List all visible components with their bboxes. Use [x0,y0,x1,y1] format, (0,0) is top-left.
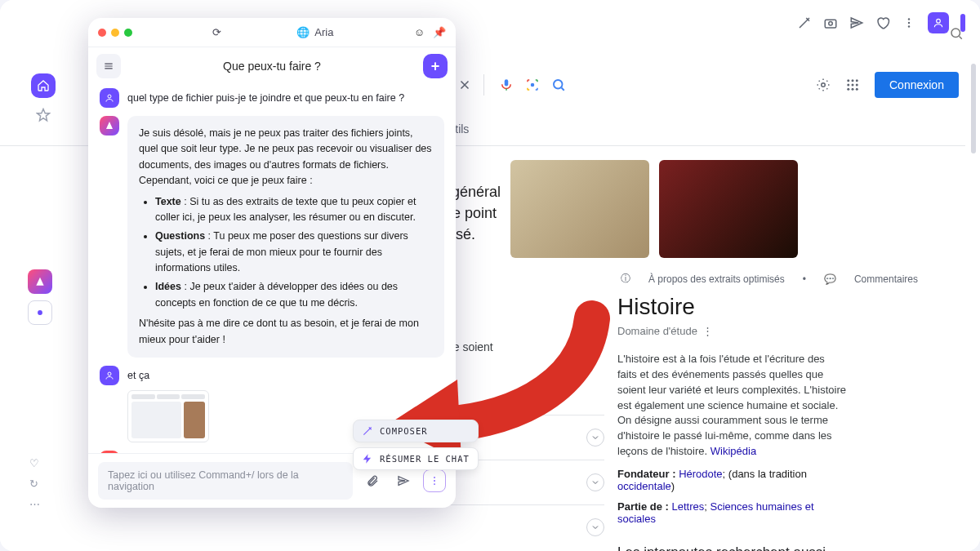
svg-point-8 [531,83,535,87]
history-icon[interactable]: ↻ [29,478,40,490]
aria-header: Que peux-tu faire ? + [88,47,456,85]
knowledge-panel: Histoire Domaine d'étude ⋮ L'histoire es… [617,294,846,551]
star-icon[interactable] [36,108,51,125]
chat-thread: quel type de fichier puis-je te joindre … [88,85,456,453]
kp-link[interactable]: occidentale [617,480,671,492]
aria-title: Aria [314,26,333,38]
feedback-icon[interactable]: 💬 [824,273,836,285]
apps-grid-icon[interactable] [845,78,860,92]
svg-point-14 [847,84,849,87]
kp-founder: Fondateur : Hérodote; (dans la tradition… [617,468,846,492]
mic-icon[interactable] [499,78,514,92]
kp-link[interactable]: Lettres [671,500,704,513]
wiki-link[interactable]: Wikipédia [710,445,756,457]
svg-point-20 [108,95,111,98]
more-icon[interactable]: ⋯ [29,498,40,510]
snippet-footer: ⓘ À propos des extraits optimisés • 💬 Co… [621,272,918,286]
svg-point-23 [434,480,435,482]
info-icon[interactable]: ⓘ [621,272,630,286]
dock [31,73,56,125]
chat-title: Que peux-tu faire ? [223,60,321,73]
featured-image-1[interactable] [510,160,649,258]
dock-tiles [28,269,52,325]
kp-kebab-icon[interactable]: ⋮ [702,325,713,337]
browser-topbar [637,0,980,46]
svg-point-24 [434,483,435,485]
settings-gear-icon[interactable] [816,78,831,92]
ai-message: Je suis désolé, mais je ne peux pas trai… [100,116,444,358]
kp-description: L'histoire est à la fois l'étude et l'éc… [617,352,846,460]
user-avatar-icon [100,366,119,385]
new-chat-button[interactable]: + [423,54,448,78]
svg-point-2 [829,22,833,26]
dock-bottom: ♡ ↻ ⋯ [29,457,40,510]
about-label[interactable]: À propos des extraits optimisés [648,273,785,285]
aria-avatar-icon [100,116,119,136]
sidebar-toggle[interactable] [960,14,965,32]
summarize-action[interactable]: Résumer le chat [353,447,479,470]
svg-point-21 [108,372,111,375]
kebab-icon[interactable] [902,16,916,30]
signin-button[interactable]: Connexion [875,72,959,98]
kp-partof: Partie de : Lettres; Sciences humaines e… [617,500,846,525]
emoji-icon[interactable]: ☺ [414,26,425,38]
send-icon[interactable] [849,16,864,30]
svg-point-3 [908,18,910,20]
chevron-down-icon [586,518,604,536]
clear-icon[interactable] [457,78,472,92]
more-button[interactable] [423,469,446,492]
svg-point-13 [856,79,858,82]
svg-point-19 [856,88,858,91]
search-bar-tail: Connexion [457,72,959,98]
featured-snippet: nce, n aspect général époque, le point d… [392,160,866,258]
actions-menu: Composer Résumer le chat [353,420,479,470]
svg-point-4 [908,22,910,24]
reload-icon[interactable]: ⟳ [212,26,221,38]
svg-point-25 [38,310,42,315]
pin-icon[interactable]: 📌 [433,26,446,38]
aria-titlebar: ⟳ 🌐 Aria ☺ 📌 [88,18,456,47]
user-text: et ça [127,366,149,385]
menu-button[interactable] [96,54,121,78]
svg-point-9 [554,80,563,89]
close-window[interactable] [98,29,106,37]
attached-screenshot[interactable] [127,390,209,442]
heart-icon[interactable] [875,16,890,30]
svg-point-15 [852,84,854,87]
compose-action[interactable]: Composer [353,420,479,442]
ai-text: Je suis désolé, mais je ne peux pas trai… [127,116,444,358]
svg-point-12 [852,79,854,82]
home-button[interactable] [31,73,56,98]
featured-image-2[interactable] [659,160,798,258]
user-text: quel type de fichier puis-je te joindre … [127,88,404,108]
kp-link[interactable]: Hérodote [679,468,722,480]
chat-input[interactable]: Tapez ici ou utilisez Command+/ lors de … [98,462,353,500]
svg-rect-7 [505,79,509,86]
attach-button[interactable] [361,469,384,492]
user-message: quel type de fichier puis-je te joindre … [100,88,444,108]
send-button[interactable] [392,469,415,492]
minimize-window[interactable] [111,29,119,37]
user-avatar-icon [100,88,119,108]
heart-icon[interactable]: ♡ [29,457,40,469]
svg-point-16 [856,84,858,87]
paa-item[interactable] [392,504,604,549]
svg-rect-1 [825,20,836,28]
aria-tile[interactable] [28,269,52,294]
traffic-lights [98,29,132,37]
globe-icon: 🌐 [296,26,310,38]
profile-button[interactable] [928,12,949,33]
wand-icon[interactable] [797,16,812,30]
svg-point-17 [847,88,849,91]
scrollbar-thumb[interactable] [971,64,976,153]
svg-point-10 [822,83,826,87]
svg-point-11 [847,79,849,82]
tool-tile[interactable] [28,300,52,325]
comments-label[interactable]: Commentaires [854,273,918,285]
maximize-window[interactable] [124,29,132,37]
search-go-icon[interactable] [551,78,566,92]
related-title: Les internautes recherchent aussi [617,544,846,551]
camera-icon[interactable] [823,16,838,30]
svg-point-22 [434,477,435,478]
lens-icon[interactable] [525,78,540,92]
